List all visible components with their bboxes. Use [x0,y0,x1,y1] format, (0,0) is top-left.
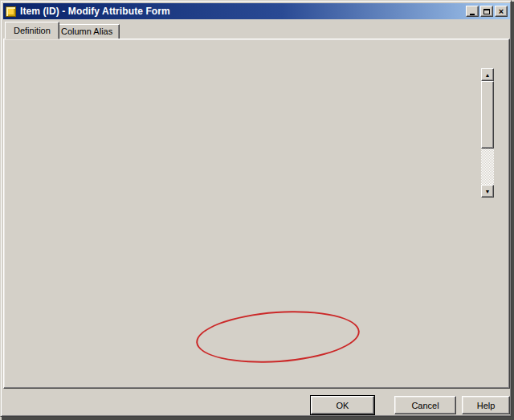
tab-page [3,39,510,389]
minimize-icon [470,14,475,15]
screen: Item (ID) - Modify Attribute Form × Defi… [0,0,514,420]
minimize-button[interactable] [466,6,479,17]
window-controls: × [464,6,508,17]
ok-button[interactable]: OK [311,396,374,414]
tab-definition[interactable]: Definition [5,22,59,39]
window-edge-shadow-bottom [2,417,514,420]
scroll-up-icon[interactable]: ▲ [481,68,494,81]
vertical-scrollbar[interactable]: ▲ ▼ [481,68,494,198]
maximize-icon [483,9,490,14]
maximize-button[interactable] [480,6,493,17]
tab-column-alias-label: Column Alias [61,27,112,36]
titlebar[interactable]: Item (ID) - Modify Attribute Form × [3,3,510,19]
dialog-window: Item (ID) - Modify Attribute Form × Defi… [0,0,512,417]
help-button[interactable]: Help [462,396,510,414]
scrollbar-thumb[interactable] [481,81,494,149]
scroll-down-icon[interactable]: ▼ [481,185,494,198]
close-button[interactable]: × [495,6,508,17]
cancel-button[interactable]: Cancel [394,396,456,414]
attribute-icon [6,6,16,17]
close-icon: × [499,7,504,15]
tab-column-alias[interactable]: Column Alias [54,24,120,39]
tab-definition-label: Definition [14,26,51,35]
window-title: Item (ID) - Modify Attribute Form [20,6,170,17]
